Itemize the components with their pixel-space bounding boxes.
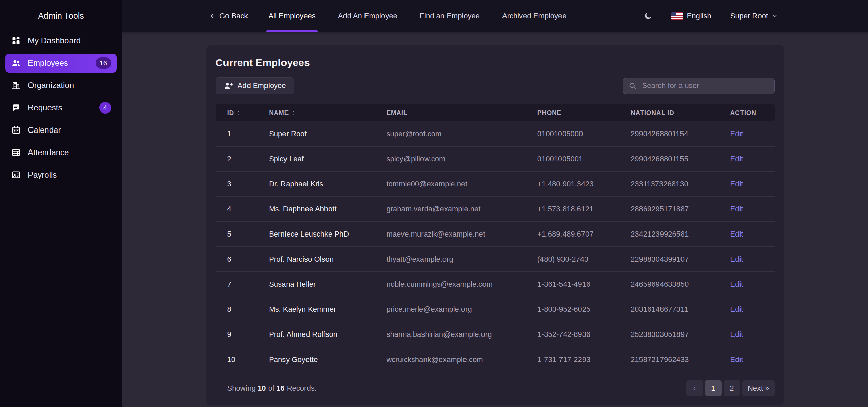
- sort-icon: [291, 110, 296, 116]
- cell-national-id: 25238303051897: [619, 322, 719, 347]
- cell-name: Pansy Goyette: [257, 347, 375, 372]
- edit-link[interactable]: Edit: [730, 180, 743, 188]
- user-name: Super Root: [730, 12, 768, 20]
- table-row: 3Dr. Raphael Kristommie00@example.net+1.…: [216, 171, 775, 197]
- edit-link[interactable]: Edit: [730, 255, 743, 263]
- cell-national-id: 28869295171887: [619, 197, 719, 222]
- user-menu[interactable]: Super Root: [730, 12, 778, 20]
- cell-name: Spicy Leaf: [257, 146, 375, 171]
- sidebar-item-label: My Dashboard: [28, 36, 81, 45]
- cell-id: 5: [216, 222, 258, 247]
- edit-link[interactable]: Edit: [730, 330, 743, 339]
- cell-action: Edit: [719, 146, 775, 171]
- sidebar-item-organization[interactable]: Organization: [5, 76, 117, 95]
- cell-email: super@root.com: [375, 121, 526, 146]
- cell-email: maeve.murazik@example.net: [375, 222, 526, 247]
- page-prev[interactable]: ‹: [686, 380, 703, 396]
- table-row: 8Ms. Kaelyn Kemmerprice.merle@example.or…: [216, 297, 775, 322]
- payrolls-icon: [11, 170, 21, 180]
- cell-id: 7: [216, 272, 258, 297]
- employees-card: Current Employees Add Employee: [206, 45, 784, 405]
- cell-action: Edit: [719, 171, 775, 197]
- table-row: 7Susana Hellernoble.cummings@example.com…: [216, 272, 775, 297]
- topbar-right: English Super Root: [644, 0, 778, 32]
- employees-icon: [11, 58, 21, 68]
- cell-id: 9: [216, 322, 258, 347]
- tab-add-an-employee[interactable]: Add An Employee: [336, 0, 399, 32]
- cell-national-id: 24659694633850: [619, 272, 719, 297]
- edit-link[interactable]: Edit: [730, 280, 743, 288]
- col-header-name[interactable]: NAME: [257, 104, 375, 121]
- tab-all-employees[interactable]: All Employees: [266, 0, 317, 32]
- tab-archived-employee[interactable]: Archived Employee: [500, 0, 569, 32]
- table-head: IDNAMEEMAILPHONENATIONAL IDACTION: [216, 104, 775, 121]
- divider: [7, 16, 33, 16]
- edit-link[interactable]: Edit: [730, 155, 743, 163]
- records-suffix: Records.: [287, 384, 317, 392]
- cell-email: noble.cummings@example.com: [375, 272, 526, 297]
- chevron-down-icon: [771, 13, 778, 19]
- cell-phone: 1-803-952-6025: [526, 297, 619, 322]
- cell-email: thyatt@example.org: [375, 247, 526, 272]
- content-area: Current Employees Add Employee: [122, 32, 868, 407]
- go-back-button[interactable]: Go Back: [209, 0, 248, 32]
- tab-find-an-employee[interactable]: Find an Employee: [418, 0, 482, 32]
- us-flag-icon: [671, 12, 683, 20]
- cell-email: tommie00@example.net: [375, 171, 526, 197]
- sidebar-item-attendance[interactable]: Attendance: [5, 143, 117, 162]
- sidebar-item-badge: 4: [99, 102, 111, 114]
- search-input[interactable]: [623, 78, 775, 94]
- add-employee-button[interactable]: Add Employee: [216, 77, 294, 94]
- cell-name: Prof. Ahmed Rolfson: [257, 322, 375, 347]
- cell-id: 2: [216, 146, 258, 171]
- cell-id: 6: [216, 247, 258, 272]
- cell-national-id: 22988304399107: [619, 247, 719, 272]
- cell-phone: +1.480.901.3423: [526, 171, 619, 197]
- table-row: 5Berniece Leuschke PhDmaeve.murazik@exam…: [216, 222, 775, 247]
- cell-name: Dr. Raphael Kris: [257, 171, 375, 197]
- edit-link[interactable]: Edit: [730, 305, 743, 313]
- cell-email: spicy@pillow.com: [375, 146, 526, 171]
- edit-link[interactable]: Edit: [730, 205, 743, 213]
- sidebar-item-badge: 16: [96, 57, 111, 69]
- calendar-icon: [11, 125, 21, 135]
- edit-link[interactable]: Edit: [730, 355, 743, 364]
- sidebar-item-label: Requests: [28, 103, 62, 113]
- page-title: Current Employees: [216, 57, 775, 68]
- moon-icon: [644, 12, 652, 20]
- cell-phone: 1-361-541-4916: [526, 272, 619, 297]
- edit-link[interactable]: Edit: [730, 230, 743, 238]
- col-header-national-id: NATIONAL ID: [619, 104, 719, 121]
- cell-id: 8: [216, 297, 258, 322]
- theme-toggle-button[interactable]: [644, 12, 652, 20]
- page-2[interactable]: 2: [724, 380, 740, 396]
- col-header-id[interactable]: ID: [216, 104, 258, 121]
- table-row: 1Super Rootsuper@root.com010010050002990…: [216, 121, 775, 146]
- sidebar-item-my-dashboard[interactable]: My Dashboard: [5, 31, 117, 50]
- sidebar-header: Admin Tools: [0, 0, 122, 24]
- sidebar-item-label: Payrolls: [28, 170, 57, 180]
- app-root: Admin Tools My DashboardEmployees16Organ…: [0, 0, 868, 407]
- col-header-phone: PHONE: [526, 104, 619, 121]
- topbar-tabs: All EmployeesAdd An EmployeeFind an Empl…: [266, 0, 568, 32]
- card-toolbar: Add Employee: [216, 77, 775, 94]
- cell-phone: 01001005000: [526, 121, 619, 146]
- search-box: [623, 78, 775, 94]
- go-back-label: Go Back: [219, 12, 248, 20]
- edit-link[interactable]: Edit: [730, 129, 743, 138]
- page-next[interactable]: Next »: [742, 380, 775, 396]
- sidebar-item-requests[interactable]: Requests4: [5, 98, 117, 117]
- sidebar-item-payrolls[interactable]: Payrolls: [5, 165, 117, 184]
- cell-action: Edit: [719, 121, 775, 146]
- cell-action: Edit: [719, 272, 775, 297]
- language-selector[interactable]: English: [671, 12, 711, 20]
- sidebar-item-employees[interactable]: Employees16: [5, 54, 117, 73]
- pagination: ‹12Next »: [686, 380, 775, 396]
- page-1[interactable]: 1: [705, 380, 722, 396]
- cell-name: Ms. Daphnee Abbott: [257, 197, 375, 222]
- sidebar-item-calendar[interactable]: Calendar: [5, 121, 117, 140]
- cell-phone: (480) 930-2743: [526, 247, 619, 272]
- sidebar-item-label: Employees: [28, 58, 68, 68]
- sidebar-item-label: Organization: [28, 81, 74, 90]
- sidebar: Admin Tools My DashboardEmployees16Organ…: [0, 0, 122, 407]
